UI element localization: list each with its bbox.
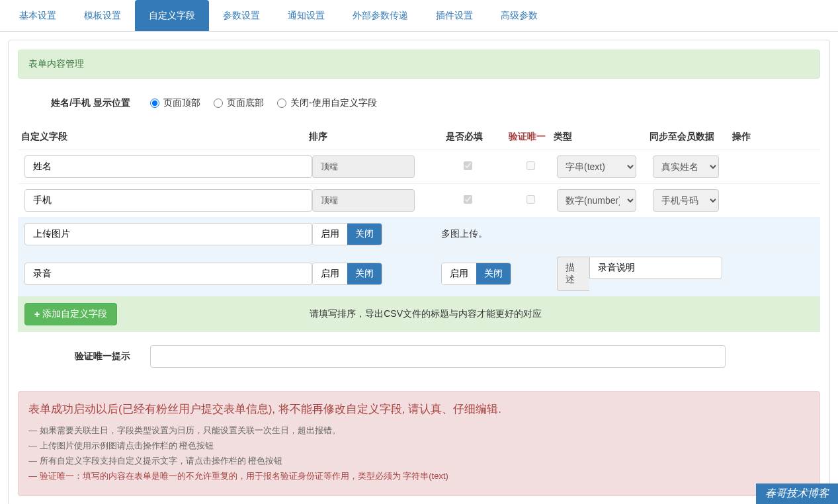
plus-icon: + [34,309,40,319]
alert-line-2: — 上传图片使用示例图请点击操作栏的 橙色按钮 [28,440,810,452]
alert-line-4: — 验证唯一：填写的内容在表单是唯一的不允许重复的，用于报名验证身份证等作用，类… [28,470,810,482]
upload-enable-button[interactable]: 启用 [313,224,347,245]
name-type-select[interactable]: 字串(text) [557,155,636,178]
record-enable2-button[interactable]: 启用 [442,263,476,284]
name-unique-checkbox [526,161,535,170]
alert-line-3: — 所有自定义字段支持自定义提示文字，请点击操作栏的 橙色按钮 [28,455,810,467]
phone-sync-select[interactable]: 手机号码 [653,189,719,212]
header-sort: 排序 [309,131,428,143]
header-sync: 同步至会员数据 [649,131,732,143]
tab-bar: 基本设置 模板设置 自定义字段 参数设置 通知设置 外部参数传递 插件设置 高级… [0,0,838,32]
phone-type-select[interactable]: 数字(number) [557,189,636,212]
radio-close[interactable]: 关闭-使用自定义字段 [277,97,377,109]
tab-plugin[interactable]: 插件设置 [422,0,487,31]
alert-line-1: — 如果需要关联生日，字段类型设置为日历，只能设置关联一次生日，超出报错。 [28,425,810,437]
radio-top-input[interactable] [150,99,159,108]
record-input[interactable] [24,263,312,285]
upload-disable-button[interactable]: 关闭 [347,224,382,245]
alert-box: 表单成功启动以后(已经有粉丝用户提交表单信息), 将不能再修改自定义字段, 请认… [18,391,820,496]
record-enable-button[interactable]: 启用 [313,263,347,284]
tab-template[interactable]: 模板设置 [70,0,135,31]
row-phone: 数字(number) 手机号码 [18,183,820,217]
phone-sort-input [312,189,415,212]
section-title: 表单内容管理 [18,50,820,79]
tab-basic[interactable]: 基本设置 [5,0,70,31]
radio-bottom[interactable]: 页面底部 [214,97,264,109]
tab-external[interactable]: 外部参数传递 [339,0,422,31]
position-row: 姓名/手机 显示位置 页面顶部 页面底部 关闭-使用自定义字段 [18,92,820,114]
radio-close-input[interactable] [277,99,286,108]
record-desc-group: 描述 [557,257,722,291]
record-disable2-button[interactable]: 关闭 [476,263,511,284]
header-unique: 验证唯一 [501,131,554,143]
row-record: 启用 关闭 启用 关闭 描述 [18,251,820,296]
hint-label: 验证唯一提示 [18,351,150,362]
position-label: 姓名/手机 显示位置 [18,97,150,109]
add-row: + 添加自定义字段 请填写排序，导出CSV文件的标题与内容才能更好的对应 [18,296,820,332]
watermark: 春哥技术博客 [756,483,838,504]
hint-row: 验证唯一提示 [18,332,820,374]
add-field-button[interactable]: + 添加自定义字段 [24,303,117,325]
header-required: 是否必填 [428,131,501,143]
header-name: 自定义字段 [18,131,309,143]
record-desc-label: 描述 [557,257,589,291]
alert-title: 表单成功启动以后(已经有粉丝用户提交表单信息), 将不能再修改自定义字段, 请认… [28,401,810,417]
field-header: 自定义字段 排序 是否必填 验证唯一 类型 同步至会员数据 操作 [18,124,820,149]
radio-top[interactable]: 页面顶部 [150,97,200,109]
upload-toggle-group: 启用 关闭 [312,223,382,245]
name-sync-select[interactable]: 真实姓名 [653,155,719,178]
name-sort-input [312,155,415,178]
tab-advanced[interactable]: 高级参数 [487,0,552,31]
row-upload: 启用 关闭 多图上传。 [18,217,820,251]
name-input[interactable] [24,155,312,178]
header-action: 操作 [732,131,798,143]
phone-unique-checkbox [526,195,535,204]
hint-input[interactable] [150,345,726,368]
radio-bottom-input[interactable] [214,99,223,108]
record-toggle-group-2: 启用 关闭 [441,263,511,285]
upload-note: 多图上传。 [431,228,487,240]
tab-notify[interactable]: 通知设置 [274,0,339,31]
upload-input[interactable] [24,223,312,245]
record-toggle-group-1: 启用 关闭 [312,263,382,285]
row-name: 字串(text) 真实姓名 [18,149,820,183]
main-panel: 表单内容管理 姓名/手机 显示位置 页面顶部 页面底部 关闭-使用自定义字段 [8,40,830,504]
tab-custom-fields[interactable]: 自定义字段 [135,0,209,31]
record-disable-button[interactable]: 关闭 [347,263,382,284]
phone-required-checkbox [464,195,472,204]
phone-input[interactable] [24,189,312,212]
header-type: 类型 [554,131,649,143]
add-note: 请填写排序，导出CSV文件的标题与内容才能更好的对应 [117,308,814,320]
record-desc-input[interactable] [589,257,722,279]
tab-params[interactable]: 参数设置 [209,0,274,31]
name-required-checkbox [464,161,472,170]
